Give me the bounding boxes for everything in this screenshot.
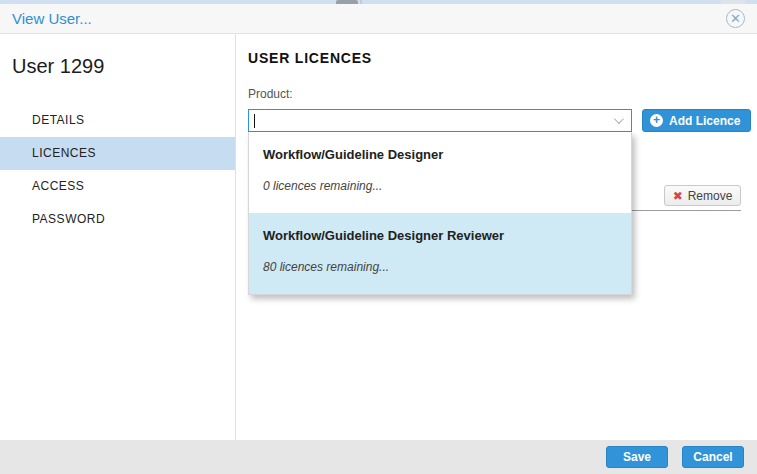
sidebar-menu: DETAILS LICENCES ACCESS PASSWORD xyxy=(0,104,235,236)
save-button[interactable]: Save xyxy=(606,446,668,468)
user-name-heading: User 1299 xyxy=(12,55,235,78)
sidebar-item-access[interactable]: ACCESS xyxy=(0,170,235,203)
cancel-button[interactable]: Cancel xyxy=(682,446,744,468)
remove-label: Remove xyxy=(688,189,733,203)
plus-icon: + xyxy=(650,114,663,127)
chevron-down-icon[interactable] xyxy=(614,114,624,124)
option-name: Workflow/Guideline Designer xyxy=(263,147,617,162)
close-icon[interactable]: ✕ xyxy=(726,9,745,28)
product-combobox[interactable] xyxy=(248,109,632,132)
product-label: Product: xyxy=(248,87,293,101)
sidebar: User 1299 DETAILS LICENCES ACCESS PASSWO… xyxy=(0,34,236,440)
dropdown-option-designer[interactable]: Workflow/Guideline Designer 0 licences r… xyxy=(249,132,631,213)
licences-panel: USER LICENCES Product: + Add Licence ✖ R… xyxy=(236,34,757,440)
sidebar-item-licences[interactable]: LICENCES xyxy=(0,137,235,170)
add-licence-label: Add Licence xyxy=(669,114,740,128)
option-remaining: 0 licences remaining... xyxy=(263,179,617,193)
sidebar-item-details[interactable]: DETAILS xyxy=(0,104,235,137)
view-user-dialog: View User... ✕ User 1299 DETAILS LICENCE… xyxy=(0,4,757,474)
dialog-header: View User... ✕ xyxy=(0,4,757,34)
dialog-title: View User... xyxy=(12,10,92,27)
remove-button[interactable]: ✖ Remove xyxy=(664,185,741,206)
text-cursor xyxy=(254,114,255,128)
product-dropdown-list: Workflow/Guideline Designer 0 licences r… xyxy=(248,132,632,295)
sidebar-item-password[interactable]: PASSWORD xyxy=(0,203,235,236)
remove-x-icon: ✖ xyxy=(673,190,683,202)
add-licence-button[interactable]: + Add Licence xyxy=(642,109,751,132)
dialog-body: User 1299 DETAILS LICENCES ACCESS PASSWO… xyxy=(0,34,757,440)
dropdown-option-designer-reviewer[interactable]: Workflow/Guideline Designer Reviewer 80 … xyxy=(249,213,631,294)
section-title: USER LICENCES xyxy=(248,50,372,66)
option-name: Workflow/Guideline Designer Reviewer xyxy=(263,228,617,243)
option-remaining: 80 licences remaining... xyxy=(263,260,617,274)
dialog-footer: Save Cancel xyxy=(0,440,757,474)
